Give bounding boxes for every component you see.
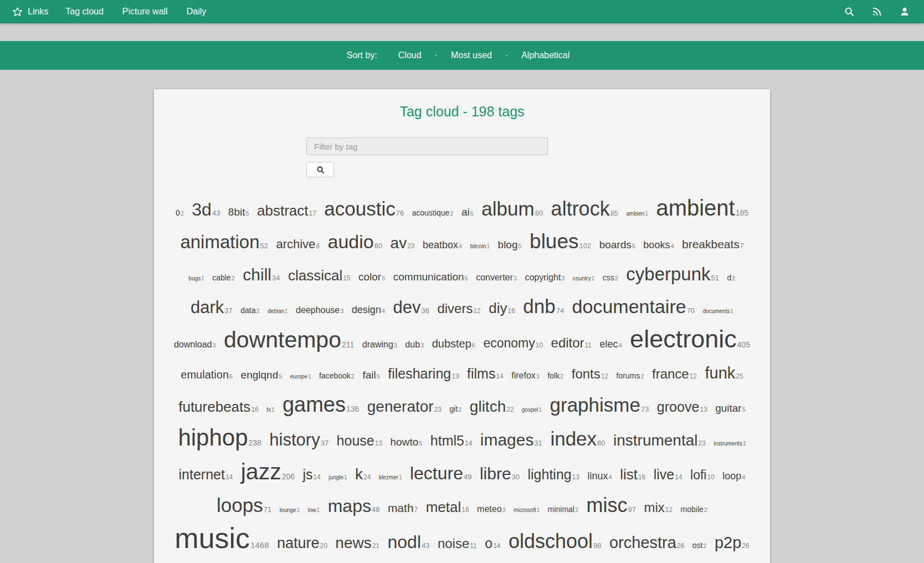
- tag-link[interactable]: blog5: [498, 239, 522, 250]
- tag-link[interactable]: documentaire70: [572, 296, 695, 317]
- tag-link[interactable]: copyright3: [525, 273, 564, 282]
- tag-link[interactable]: instruments1: [713, 441, 746, 447]
- tag-link[interactable]: microsoft1: [514, 507, 540, 513]
- tag-link[interactable]: html514: [430, 433, 473, 448]
- tag-link[interactable]: cyberpunk51: [626, 264, 719, 284]
- tag-link[interactable]: facebook2: [319, 371, 355, 380]
- tag-link[interactable]: funk25: [705, 364, 743, 382]
- tag-link[interactable]: economy10: [483, 336, 543, 350]
- tag-link[interactable]: converter3: [476, 273, 517, 282]
- tag-link[interactable]: folk2: [547, 371, 563, 380]
- tag-link[interactable]: news21: [335, 534, 379, 551]
- tag-link[interactable]: git2: [449, 405, 461, 413]
- tag-link[interactable]: acoustic76: [324, 198, 404, 219]
- tag-link[interactable]: boards5: [599, 239, 635, 250]
- tag-link[interactable]: ai5: [461, 206, 474, 218]
- tag-link[interactable]: mix12: [644, 500, 673, 515]
- tag-link[interactable]: data2: [240, 306, 259, 315]
- tag-link[interactable]: loops71: [217, 494, 271, 516]
- tag-link[interactable]: books4: [643, 239, 674, 250]
- user-icon[interactable]: [895, 2, 914, 21]
- tag-link[interactable]: linux4: [588, 470, 612, 482]
- tag-link[interactable]: d2: [727, 273, 735, 282]
- tag-filter-search-button[interactable]: [306, 162, 334, 177]
- brand-link[interactable]: Links: [8, 0, 56, 23]
- tag-link[interactable]: meteo3: [477, 504, 506, 514]
- tag-link[interactable]: communication5: [393, 271, 468, 283]
- tag-link[interactable]: glitch22: [470, 398, 514, 415]
- tag-link[interactable]: lofi10: [690, 468, 715, 482]
- tag-link[interactable]: bugs1: [189, 275, 204, 282]
- tag-link[interactable]: cable2: [212, 273, 235, 282]
- tag-link[interactable]: history37: [269, 430, 328, 449]
- tag-link[interactable]: europe1: [290, 373, 311, 380]
- tag-link[interactable]: nodl43: [388, 532, 430, 552]
- tag-link[interactable]: js14: [302, 467, 320, 482]
- tag-link[interactable]: klezmer1: [379, 474, 402, 480]
- tag-link[interactable]: album80: [481, 198, 543, 219]
- tag-link[interactable]: noise11: [438, 536, 477, 551]
- tag-link[interactable]: groove13: [657, 399, 707, 414]
- tag-link[interactable]: jazz206: [241, 459, 295, 484]
- tag-link[interactable]: metal16: [426, 499, 469, 515]
- tag-link[interactable]: maps48: [328, 496, 380, 516]
- tag-link[interactable]: download3: [174, 340, 216, 349]
- tag-link[interactable]: audio60: [327, 231, 382, 252]
- tag-link[interactable]: css2: [603, 273, 618, 282]
- tag-link[interactable]: graphisme73: [550, 394, 649, 416]
- tag-link[interactable]: orchestra26: [609, 534, 684, 551]
- tag-link[interactable]: jungle1: [328, 474, 347, 480]
- tag-link[interactable]: ambient185: [656, 196, 748, 220]
- tag-link[interactable]: dub3: [405, 340, 424, 349]
- tag-link[interactable]: elec4: [600, 339, 622, 350]
- tag-link[interactable]: minimal2: [548, 505, 578, 514]
- tag-link[interactable]: 02: [176, 208, 184, 217]
- tag-link[interactable]: av23: [391, 234, 415, 252]
- sort-option-cloud[interactable]: Cloud: [398, 50, 422, 60]
- tag-link[interactable]: dark37: [191, 298, 233, 317]
- tag-link[interactable]: p2p26: [715, 534, 750, 551]
- tag-link[interactable]: internet14: [179, 467, 233, 482]
- sort-option-alphabetical[interactable]: Alphabetical: [521, 50, 569, 60]
- tag-filter-input[interactable]: [306, 137, 548, 155]
- tag-link[interactable]: libre30: [480, 464, 520, 483]
- sort-option-most-used[interactable]: Most used: [451, 50, 492, 60]
- tag-link[interactable]: guitar5: [715, 402, 746, 414]
- tag-link[interactable]: drawing3: [362, 340, 397, 349]
- tag-link[interactable]: ost2: [692, 541, 707, 550]
- tag-link[interactable]: live14: [654, 467, 682, 482]
- tag-link[interactable]: o14: [485, 535, 500, 551]
- tag-link[interactable]: country1: [573, 275, 594, 282]
- tag-link[interactable]: color5: [358, 271, 385, 283]
- tag-link[interactable]: chill34: [243, 265, 280, 284]
- tag-link[interactable]: images31: [480, 431, 542, 449]
- tag-link[interactable]: misc97: [587, 494, 636, 516]
- tag-link[interactable]: deephouse3: [296, 305, 343, 315]
- tag-link[interactable]: diy16: [489, 300, 515, 316]
- tag-link[interactable]: nature20: [277, 535, 327, 551]
- nav-item-tag-cloud[interactable]: Tag cloud: [56, 0, 113, 23]
- tag-link[interactable]: ambien1: [627, 211, 648, 217]
- tag-link[interactable]: dev36: [393, 298, 429, 317]
- tag-link[interactable]: bitcoin1: [470, 243, 490, 249]
- tag-link[interactable]: debian1: [268, 308, 288, 314]
- tag-link[interactable]: animation52: [180, 232, 268, 252]
- tag-link[interactable]: lounge1: [280, 507, 300, 513]
- tag-link[interactable]: fx1: [266, 407, 274, 413]
- tag-link[interactable]: forums2: [617, 371, 644, 380]
- tag-link[interactable]: low1: [308, 507, 320, 513]
- tag-link[interactable]: englqnd5: [241, 369, 283, 381]
- tag-link[interactable]: music1468: [174, 522, 269, 554]
- tag-link[interactable]: futurebeats16: [178, 398, 258, 415]
- tag-link[interactable]: mobile2: [681, 505, 707, 514]
- rss-icon[interactable]: [867, 2, 886, 21]
- tag-link[interactable]: gospel1: [522, 407, 542, 413]
- tag-link[interactable]: 8bit5: [228, 206, 249, 218]
- tag-link[interactable]: oldschool98: [509, 530, 602, 552]
- tag-link[interactable]: editor11: [551, 335, 592, 350]
- tag-link[interactable]: archive8: [276, 237, 320, 251]
- tag-link[interactable]: math7: [388, 501, 418, 514]
- tag-link[interactable]: documents1: [703, 308, 733, 314]
- tag-link[interactable]: 3d43: [192, 199, 220, 219]
- tag-link[interactable]: index80: [550, 428, 605, 449]
